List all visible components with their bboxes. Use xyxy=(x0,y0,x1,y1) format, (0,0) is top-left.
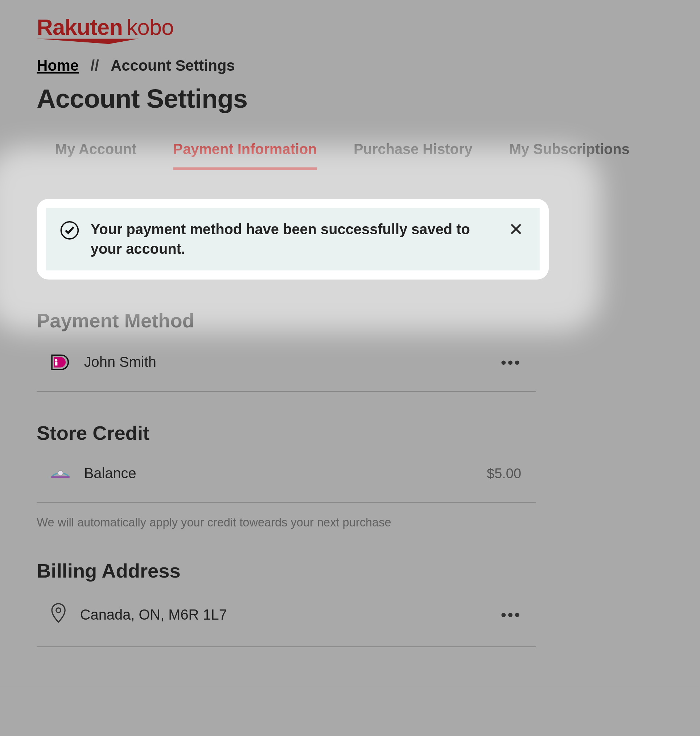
more-horizontal-icon: ••• xyxy=(501,606,522,624)
tabs: My Account Payment Information Purchase … xyxy=(37,141,663,170)
logo-brand-2: kobo xyxy=(126,15,174,40)
svg-point-0 xyxy=(55,359,57,362)
breadcrumb-home-link[interactable]: Home xyxy=(37,57,79,75)
payment-method-heading: Payment Method xyxy=(37,310,536,332)
logo-brand-1: Rakuten xyxy=(37,15,122,40)
store-credit-amount: $5.00 xyxy=(487,466,521,482)
billing-address-row: Canada, ON, M6R 1L7 ••• xyxy=(37,603,536,647)
tab-purchase-history[interactable]: Purchase History xyxy=(354,141,473,170)
success-notification: Your payment method have been successful… xyxy=(37,199,549,279)
balance-icon xyxy=(51,466,70,483)
close-notification-button[interactable] xyxy=(507,220,525,238)
svg-rect-1 xyxy=(55,363,57,366)
store-credit-row: Balance $5.00 xyxy=(37,466,536,503)
page-title: Account Settings xyxy=(37,84,663,113)
brand-logo: Rakuten kobo xyxy=(37,15,663,40)
payment-method-row: John Smith ••• xyxy=(37,353,536,392)
store-credit-label: Balance xyxy=(84,466,136,483)
breadcrumb: Home // Account Settings xyxy=(37,57,663,75)
payment-method-more-button[interactable]: ••• xyxy=(501,353,522,372)
more-horizontal-icon: ••• xyxy=(501,353,522,371)
svg-point-2 xyxy=(58,471,63,476)
billing-address-section: Billing Address Canada, ON, M6R 1L7 ••• xyxy=(37,560,536,648)
billing-address-more-button[interactable]: ••• xyxy=(501,606,522,624)
payment-method-section: Payment Method John Smith ••• xyxy=(37,310,536,392)
notification-message: Your payment method have been successful… xyxy=(91,220,495,259)
svg-point-3 xyxy=(56,608,61,613)
billing-address-heading: Billing Address xyxy=(37,560,536,583)
tab-payment-information[interactable]: Payment Information xyxy=(174,141,317,170)
store-credit-section: Store Credit Balance $5.00 We will autom… xyxy=(37,422,536,530)
checkmark-circle-icon xyxy=(60,221,79,239)
store-credit-note: We will automatically apply your credit … xyxy=(37,516,536,530)
payment-method-name: John Smith xyxy=(84,354,156,371)
breadcrumb-separator: // xyxy=(91,57,99,75)
breadcrumb-current: Account Settings xyxy=(110,57,235,75)
billing-address-value: Canada, ON, M6R 1L7 xyxy=(80,607,227,624)
tab-my-subscriptions[interactable]: My Subscriptions xyxy=(509,141,629,170)
map-pin-icon xyxy=(51,603,66,627)
ideal-icon xyxy=(51,355,70,370)
tab-my-account[interactable]: My Account xyxy=(55,141,136,170)
logo-swoosh-icon xyxy=(37,37,142,45)
store-credit-heading: Store Credit xyxy=(37,422,536,445)
close-icon xyxy=(510,223,523,236)
